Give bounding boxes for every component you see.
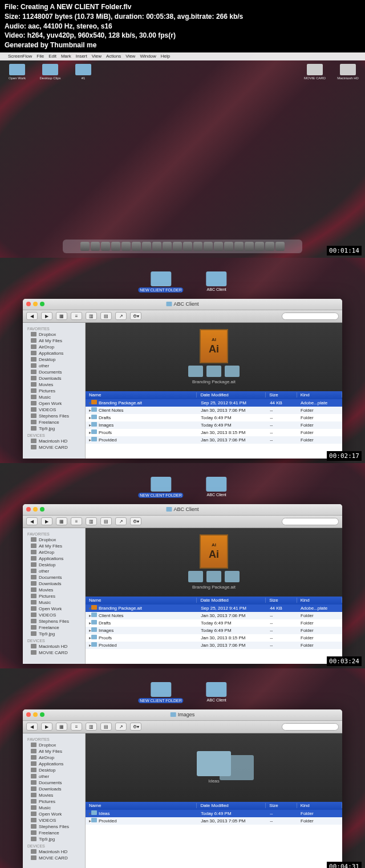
sidebar-item[interactable]: Dropbox: [23, 537, 85, 543]
back-button[interactable]: ◀: [26, 723, 38, 731]
sidebar-item[interactable]: Desktop: [23, 562, 85, 568]
sidebar-item[interactable]: All My Files: [23, 748, 85, 755]
sidebar-item[interactable]: AirDrop: [23, 755, 85, 761]
sidebar-item[interactable]: VIDEOS: [23, 407, 85, 413]
table-row[interactable]: ▸Images Today 6:49 PM -- Folder: [86, 421, 342, 429]
sidebar-item[interactable]: Macintosh HD: [23, 438, 85, 444]
desktop-folder[interactable]: #1: [72, 64, 95, 80]
table-row[interactable]: ▸Drafts Today 6:49 PM -- Folder: [86, 414, 342, 421]
window-titlebar[interactable]: Images: [23, 709, 342, 721]
sidebar-item[interactable]: Macintosh HD: [23, 643, 85, 650]
view-icons-button[interactable]: ▦: [56, 723, 67, 731]
dock-app-icon[interactable]: [80, 242, 90, 251]
desktop-drive[interactable]: Macintosh HD: [336, 64, 359, 80]
close-button[interactable]: [26, 302, 31, 306]
sidebar-item[interactable]: Freelance: [23, 830, 85, 836]
sidebar-item[interactable]: Pictures: [23, 798, 85, 805]
sidebar-item[interactable]: Downloads: [23, 375, 85, 382]
desktop-folder[interactable]: Open Work: [6, 64, 29, 80]
view-coverflow-button[interactable]: ▤: [100, 723, 112, 731]
table-row[interactable]: ▸Provided Jan 30, 2013 7:06 PM -- Folder: [86, 436, 342, 444]
view-list-button[interactable]: ≡: [71, 517, 82, 525]
sidebar-item[interactable]: Tip9.jpg: [23, 631, 85, 637]
search-input[interactable]: [282, 313, 339, 320]
minimize-button[interactable]: [33, 302, 38, 306]
sidebar-item[interactable]: VIDEOS: [23, 817, 85, 824]
desktop-folder-new-client[interactable]: NEW CLIENT FOLDER: [138, 271, 183, 293]
desktop-folder-new-client[interactable]: NEW CLIENT FOLDER: [138, 477, 183, 498]
sidebar-item[interactable]: Movies: [23, 587, 85, 593]
sidebar-item[interactable]: Applications: [23, 555, 85, 562]
view-coverflow-button[interactable]: ▤: [100, 517, 112, 525]
sidebar-item[interactable]: Tip9.jpg: [23, 425, 85, 432]
desktop-drive[interactable]: MOVIE CARD: [303, 64, 326, 80]
window-titlebar[interactable]: ABC Client: [23, 504, 342, 516]
app-name[interactable]: ScreenFlow: [8, 54, 32, 59]
table-row[interactable]: ▸Client Notes Jan 30, 2013 7:06 PM -- Fo…: [86, 407, 342, 414]
sidebar-item[interactable]: Downloads: [23, 581, 85, 587]
view-icons-button[interactable]: ▦: [56, 517, 67, 525]
view-columns-button[interactable]: ▥: [86, 723, 97, 731]
minimize-button[interactable]: [33, 712, 38, 717]
close-button[interactable]: [26, 712, 31, 717]
table-header[interactable]: Name Date Modified Size Kind: [86, 391, 342, 399]
view-columns-button[interactable]: ▥: [86, 517, 97, 525]
window-titlebar[interactable]: ABC Client: [23, 299, 342, 310]
table-row[interactable]: ▸Proofs Jan 30, 2013 8:15 PM -- Folder: [86, 634, 342, 642]
zoom-button[interactable]: [40, 302, 44, 306]
sidebar-item[interactable]: MOVIE CARD: [23, 444, 85, 451]
search-input[interactable]: [282, 518, 339, 525]
sidebar-item[interactable]: Stephens Files: [23, 618, 85, 624]
sidebar-item[interactable]: Open Work: [23, 811, 85, 817]
sidebar-item[interactable]: Open Work: [23, 606, 85, 612]
table-row[interactable]: ▸Images Today 6:49 PM -- Folder: [86, 627, 342, 634]
sidebar-item[interactable]: AirDrop: [23, 549, 85, 555]
table-row[interactable]: ▸Branding Package.ait Sep 25, 2012 9:41 …: [86, 605, 342, 612]
sidebar-item[interactable]: Dropbox: [23, 742, 85, 748]
sidebar-item[interactable]: Stephens Files: [23, 413, 85, 419]
table-row[interactable]: ▸Proofs Jan 30, 2013 8:15 PM -- Folder: [86, 429, 342, 436]
mac-menubar[interactable]: ScreenFlow File Edit Mark Insert View Ac…: [0, 52, 365, 60]
minimize-button[interactable]: [33, 507, 38, 512]
sidebar-item[interactable]: Music: [23, 805, 85, 811]
forward-button[interactable]: ▶: [41, 517, 52, 525]
table-row[interactable]: ▸Client Notes Jan 30, 2013 7:06 PM -- Fo…: [86, 612, 342, 619]
sidebar-item[interactable]: other: [23, 773, 85, 780]
table-row[interactable]: ▸Provided Jan 30, 2013 7:05 PM -- Folder: [86, 817, 342, 825]
share-button[interactable]: ↗: [115, 312, 127, 320]
back-button[interactable]: ◀: [26, 517, 38, 525]
sidebar-item[interactable]: VIDEOS: [23, 612, 85, 618]
sidebar-item[interactable]: Open Work: [23, 400, 85, 407]
sidebar-item[interactable]: MOVIE CARD: [23, 855, 85, 861]
table-header[interactable]: Name Date Modified Size Kind: [86, 802, 342, 810]
coverflow-preview[interactable]: AIAiBranding Package.ait: [86, 323, 342, 391]
sidebar-item[interactable]: Documents: [23, 780, 85, 786]
sidebar-item[interactable]: Desktop: [23, 356, 85, 363]
search-input[interactable]: [282, 723, 339, 731]
sidebar-item[interactable]: Macintosh HD: [23, 849, 85, 855]
view-list-button[interactable]: ≡: [71, 723, 82, 731]
table-row[interactable]: ▸Drafts Today 6:49 PM -- Folder: [86, 619, 342, 627]
sidebar-item[interactable]: other: [23, 363, 85, 369]
sidebar-item[interactable]: other: [23, 568, 85, 574]
sidebar-item[interactable]: All My Files: [23, 543, 85, 549]
desktop-folder[interactable]: Desktop Clips: [39, 64, 62, 80]
back-button[interactable]: ◀: [26, 312, 38, 320]
zoom-button[interactable]: [40, 712, 44, 717]
sidebar-item[interactable]: Music: [23, 599, 85, 606]
sidebar-item[interactable]: Pictures: [23, 593, 85, 599]
desktop-folder-abc-client[interactable]: ABC Client: [206, 271, 227, 293]
sidebar-item[interactable]: Stephens Files: [23, 824, 85, 830]
table-row[interactable]: ▸Ideas Today 6:49 PM -- Folder: [86, 810, 342, 817]
sidebar-item[interactable]: Pictures: [23, 388, 85, 394]
desktop-folder-new-client[interactable]: NEW CLIENT FOLDER: [138, 682, 183, 703]
view-columns-button[interactable]: ▥: [86, 312, 97, 320]
table-header[interactable]: Name Date Modified Size Kind: [86, 597, 342, 605]
share-button[interactable]: ↗: [115, 517, 127, 525]
view-coverflow-button[interactable]: ▤: [100, 312, 112, 320]
coverflow-preview[interactable]: Ideas: [86, 733, 342, 802]
forward-button[interactable]: ▶: [41, 312, 52, 320]
view-icons-button[interactable]: ▦: [56, 312, 67, 320]
view-list-button[interactable]: ≡: [71, 312, 82, 320]
zoom-button[interactable]: [40, 507, 44, 512]
